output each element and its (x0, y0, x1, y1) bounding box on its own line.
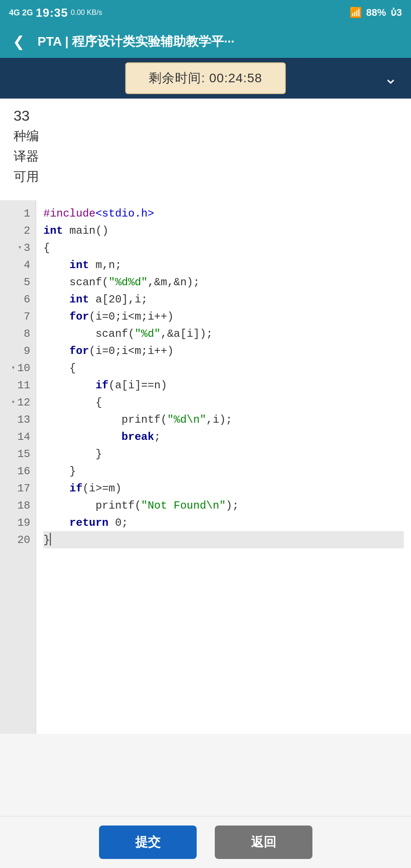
chevron-down-icon[interactable]: ⌄ (384, 69, 397, 88)
empty-line-nums (0, 553, 36, 734)
code-line-5: scanf("%d%d",&m,&n); (43, 274, 404, 291)
code-line-16: } (43, 462, 404, 480)
info-section: 33 种编 译器 可用 (0, 99, 411, 191)
ln-12: ▾12 (0, 394, 36, 411)
submit-button[interactable]: 提交 (99, 826, 197, 859)
ln-10: ▾10 (0, 359, 36, 377)
ln-13: 13 (0, 411, 36, 428)
ln-19: 19 (0, 514, 36, 531)
status-left: 4G 2G 19:35 0.00 KB/s (9, 6, 102, 20)
ln-5: 5 (0, 274, 36, 291)
code-line-9: for(i=0;i<m;i++) (43, 342, 404, 359)
ln-1: 1 (0, 205, 36, 222)
status-right: 📶 88% ὐ‌3 (350, 7, 402, 19)
info-number: 33 (14, 108, 397, 124)
code-line-2: int main() (43, 222, 404, 239)
info-line-1: 种编 (14, 126, 397, 146)
ln-9: 9 (0, 342, 36, 359)
info-line-2: 译器 (14, 146, 397, 167)
ln-20: 20 (0, 531, 36, 548)
code-line-17: if(i>=m) (43, 480, 404, 497)
code-line-11: if(a[i]==n) (43, 377, 404, 394)
code-line-18: printf("Not Found\n"); (43, 497, 404, 514)
ln-6: 6 (0, 291, 36, 308)
ln-14: 14 (0, 428, 36, 445)
line-numbers: 1 2 ▾3 4 5 6 7 8 9 ▾10 11 ▾12 13 14 15 1… (0, 200, 36, 553)
ln-17: 17 (0, 480, 36, 497)
code-line-3: { (43, 239, 404, 256)
wifi-icon: 📶 (350, 7, 362, 19)
ln-15: 15 (0, 445, 36, 462)
code-line-1: #include<stdio.h> (43, 205, 404, 222)
ln-4: 4 (0, 256, 36, 274)
ln-18: 18 (0, 497, 36, 514)
ln-2: 2 (0, 222, 36, 239)
code-line-20: }▏ (43, 531, 404, 548)
nav-title: PTA | 程序设计类实验辅助教学平··· (38, 33, 402, 50)
code-empty-area (0, 553, 411, 734)
code-editor: 1 2 ▾3 4 5 6 7 8 9 ▾10 11 ▾12 13 14 15 1… (0, 200, 411, 553)
battery-percent: 88% (366, 7, 386, 19)
info-line-3: 可用 (14, 167, 397, 187)
code-line-14: break; (43, 428, 404, 445)
code-line-6: int a[20],i; (43, 291, 404, 308)
code-line-15: } (43, 445, 404, 462)
ln-3: ▾3 (0, 239, 36, 256)
speed-display: 0.00 KB/s (71, 9, 102, 17)
code-line-4: int m,n; (43, 256, 404, 274)
battery-icon: ὐ‌3 (391, 7, 402, 19)
code-text[interactable]: #include<stdio.h> int main() { int m,n; … (36, 200, 411, 553)
signal-icon: 4G 2G (9, 8, 33, 18)
ln-8: 8 (0, 325, 36, 342)
bottom-bar: 提交 返回 (0, 816, 411, 868)
code-line-8: scanf("%d",&a[i]); (43, 325, 404, 342)
timer-display: 剩余时间: 00:24:58 (125, 62, 286, 94)
back-return-button[interactable]: 返回 (215, 826, 312, 859)
status-bar: 4G 2G 19:35 0.00 KB/s 📶 88% ὐ‌3 (0, 0, 411, 25)
ln-11: 11 (0, 377, 36, 394)
ln-16: 16 (0, 462, 36, 480)
time-display: 19:35 (36, 6, 68, 20)
back-button[interactable]: ❮ (9, 29, 28, 54)
code-line-12: { (43, 394, 404, 411)
timer-area: 剩余时间: 00:24:58 ⌄ (0, 58, 411, 99)
code-line-10: { (43, 359, 404, 377)
code-line-19: return 0; (43, 514, 404, 531)
nav-bar: ❮ PTA | 程序设计类实验辅助教学平··· (0, 25, 411, 58)
code-line-7: for(i=0;i<m;i++) (43, 308, 404, 325)
ln-7: 7 (0, 308, 36, 325)
code-line-13: printf("%d\n",i); (43, 411, 404, 428)
empty-code (36, 553, 411, 734)
